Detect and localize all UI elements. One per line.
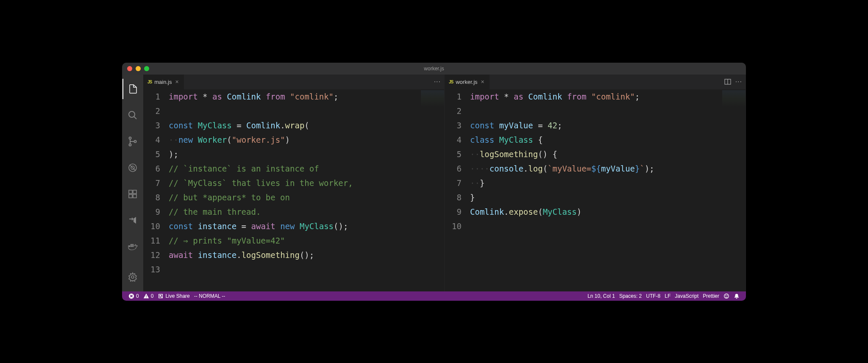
svg-line-1 xyxy=(134,116,136,119)
error-count: 0 xyxy=(136,293,139,299)
activity-bar xyxy=(122,75,143,291)
tabs-row-right: JS worker.js × ··· xyxy=(445,75,746,89)
code-area-right[interactable]: 12345678910 import * as Comlink from "co… xyxy=(445,89,746,291)
extensions-icon[interactable] xyxy=(122,184,143,204)
svg-point-0 xyxy=(129,111,135,117)
tab-label: main.js xyxy=(154,79,172,85)
code-lines-right[interactable]: import * as Comlink from "comlink"; cons… xyxy=(470,89,746,291)
gutter-right: 12345678910 xyxy=(445,89,470,291)
minimize-window-button[interactable] xyxy=(136,66,141,71)
svg-rect-8 xyxy=(129,190,132,194)
status-position[interactable]: Ln 10, Col 1 xyxy=(585,293,617,299)
svg-rect-10 xyxy=(133,194,136,198)
svg-rect-9 xyxy=(129,194,132,198)
maximize-window-button[interactable] xyxy=(144,66,149,71)
svg-point-3 xyxy=(129,144,131,146)
status-bell-icon[interactable] xyxy=(732,293,742,299)
more-actions-icon[interactable]: ··· xyxy=(434,78,441,86)
close-tab-icon[interactable]: × xyxy=(174,78,179,85)
svg-rect-16 xyxy=(132,244,134,245)
code-area-left[interactable]: 12345678910111213 import * as Comlink fr… xyxy=(143,89,444,291)
docker-icon[interactable] xyxy=(122,236,143,257)
tab-main-js[interactable]: JS main.js × xyxy=(143,75,184,89)
status-warnings[interactable]: 0 xyxy=(141,293,156,299)
minimap-left[interactable] xyxy=(421,90,444,107)
window-title: worker.js xyxy=(424,66,444,72)
editor-group-left: JS main.js × ··· 12345678910111213 impor… xyxy=(143,75,445,291)
search-icon[interactable] xyxy=(122,105,143,125)
status-errors[interactable]: 0 xyxy=(126,293,141,299)
broadcast-icon xyxy=(158,293,164,299)
minimap-right[interactable] xyxy=(722,90,746,107)
traffic-lights xyxy=(122,66,149,71)
tabs-row-left: JS main.js × ··· xyxy=(143,75,444,89)
debug-icon[interactable] xyxy=(122,158,143,178)
body-area: JS main.js × ··· 12345678910111213 impor… xyxy=(122,75,746,291)
editor-area: JS main.js × ··· 12345678910111213 impor… xyxy=(143,75,746,291)
titlebar[interactable]: worker.js xyxy=(122,63,746,75)
status-right: Ln 10, Col 1 Spaces: 2 UTF-8 LF JavaScri… xyxy=(585,293,742,299)
split-editor-icon[interactable] xyxy=(724,78,731,85)
status-feedback-icon[interactable] xyxy=(721,293,732,299)
warning-icon xyxy=(143,293,149,299)
js-file-icon: JS xyxy=(449,80,453,84)
svg-point-27 xyxy=(726,295,726,295)
svg-point-24 xyxy=(146,297,146,297)
svg-rect-15 xyxy=(131,244,132,245)
svg-point-4 xyxy=(134,140,136,142)
status-spaces[interactable]: Spaces: 2 xyxy=(617,293,644,299)
vscode-window: worker.js xyxy=(122,63,746,301)
status-vim-mode[interactable]: -- NORMAL -- xyxy=(192,293,228,299)
error-icon xyxy=(128,293,134,299)
code-lines-left[interactable]: import * as Comlink from "comlink"; cons… xyxy=(169,89,444,291)
status-formatter[interactable]: Prettier xyxy=(701,293,721,299)
gutter-left: 12345678910111213 xyxy=(143,89,169,291)
js-file-icon: JS xyxy=(147,80,152,84)
live-share-icon[interactable] xyxy=(122,210,143,230)
svg-rect-11 xyxy=(133,190,136,194)
status-encoding[interactable]: UTF-8 xyxy=(644,293,662,299)
liveshare-label: Live Share xyxy=(165,293,189,299)
vim-mode-label: -- NORMAL -- xyxy=(194,293,225,299)
svg-point-2 xyxy=(129,137,131,139)
status-language[interactable]: JavaScript xyxy=(673,293,701,299)
tab-actions-left: ··· xyxy=(434,75,444,89)
source-control-icon[interactable] xyxy=(122,131,143,152)
tab-label: worker.js xyxy=(456,79,477,85)
svg-point-26 xyxy=(724,294,729,298)
editor-group-right: JS worker.js × ··· 12345678910 import * … xyxy=(445,75,746,291)
status-eol[interactable]: LF xyxy=(662,293,673,299)
svg-point-28 xyxy=(727,295,727,295)
settings-icon[interactable] xyxy=(122,267,143,287)
status-liveshare[interactable]: Live Share xyxy=(156,293,192,299)
tab-worker-js[interactable]: JS worker.js × xyxy=(445,75,490,89)
statusbar: 0 0 Live Share -- NORMAL -- Ln 10, Col 1… xyxy=(122,291,746,301)
tab-actions-right: ··· xyxy=(724,75,746,89)
warning-count: 0 xyxy=(151,293,154,299)
more-actions-icon[interactable]: ··· xyxy=(735,78,742,86)
close-tab-icon[interactable]: × xyxy=(480,78,485,85)
close-window-button[interactable] xyxy=(127,66,132,71)
svg-line-6 xyxy=(130,165,136,171)
svg-point-17 xyxy=(131,276,134,278)
explorer-icon[interactable] xyxy=(122,79,143,99)
